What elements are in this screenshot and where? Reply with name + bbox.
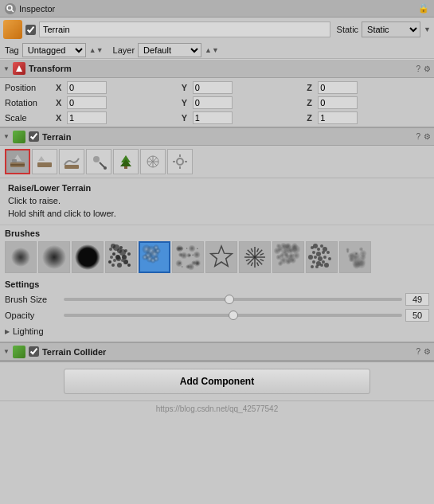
brush-item[interactable] [72,241,104,273]
position-x-coord: X [56,81,178,94]
position-y-input[interactable] [193,81,233,94]
tag-label: Tag [5,45,19,55]
position-row: Position X Y Z [5,80,429,95]
paint-texture-tool-btn[interactable] [86,149,111,174]
scale-x-coord: X [56,111,178,124]
scale-y-input[interactable] [193,111,233,124]
svg-line-1 [12,10,14,12]
place-trees-tool-btn[interactable] [113,149,139,174]
terrain-collider-icon [13,346,25,358]
add-component-area: Add Component [0,361,434,400]
title-bar-text: Inspector [19,4,55,14]
position-y-coord: Y [182,81,304,94]
terrain-collider-title: Terrain Collider [42,347,106,357]
scale-x-input[interactable] [67,111,107,124]
scale-z-input[interactable] [318,111,358,124]
transform-table: Position X Y Z Rotation X Y Z Scale [0,78,434,127]
raise-lower-tool-btn[interactable] [5,149,30,174]
brush-item[interactable] [205,241,237,273]
lighting-row: ▶ Lighting [5,324,429,338]
collider-arrow-icon: ▼ [3,348,10,355]
tag-layer-row: Tag Untagged ▲▼ Layer Default ▲▼ [0,41,434,59]
layer-label: Layer [113,45,135,55]
ry-label: Y [182,98,191,107]
tag-dropdown[interactable]: Untagged [22,43,86,57]
svg-rect-6 [12,159,17,162]
svg-point-14 [104,166,107,170]
tag-arrow-icon: ▲▼ [89,46,104,54]
transform-help-btn[interactable]: ? [416,64,420,73]
brush-item[interactable] [306,241,338,273]
terrain-collider-header: ▼ Terrain Collider ? ⚙ [0,342,434,361]
rz-label: Z [307,98,316,107]
smooth-tool-btn[interactable] [59,149,84,174]
static-dropdown[interactable]: Static Not Static [362,21,420,37]
svg-rect-8 [37,162,52,167]
inspector-icon [5,3,16,14]
brush-item[interactable] [339,241,371,273]
brush-size-row: Brush Size 49 [5,292,429,307]
svg-marker-9 [38,156,45,161]
static-label: Static [337,25,359,34]
rotation-label: Rotation [5,98,53,107]
x-label: X [56,83,65,92]
terrain-component-icon [13,131,25,143]
paint-details-tool-btn[interactable] [140,149,166,174]
rotation-y-input[interactable] [193,96,233,109]
terrain-info-title: Raise/Lower Terrain [8,183,426,193]
position-x-input[interactable] [67,81,107,94]
rotation-x-coord: X [56,96,178,109]
scale-z-coord: Z [307,111,429,124]
static-arrow: ▼ [424,25,431,33]
terrain-title: Terrain [42,132,71,142]
paint-height-tool-btn[interactable] [32,149,57,174]
svg-rect-11 [65,165,79,169]
collider-enabled-checkbox[interactable] [29,346,39,357]
title-bar: Inspector 🔒 [0,0,434,18]
rotation-z-input[interactable] [318,96,358,109]
z-label: Z [307,83,316,92]
brush-item[interactable] [105,241,137,273]
position-z-input[interactable] [318,81,358,94]
scale-row: Scale X Y Z [5,110,429,125]
brushes-section: Brushes [0,225,434,276]
brush-item[interactable] [172,241,204,273]
footer-url: https://blog.csdn.net/qq_42577542 [156,404,278,413]
svg-marker-2 [16,65,22,72]
add-component-button[interactable]: Add Component [64,369,370,394]
brush-item[interactable] [5,241,37,273]
brush-size-slider[interactable] [64,298,402,301]
rotation-x-input[interactable] [67,96,107,109]
object-name-field[interactable] [39,21,330,37]
position-label: Position [5,83,53,92]
collider-settings-btn[interactable]: ⚙ [424,347,431,356]
rotation-z-coord: Z [307,96,429,109]
transform-section-header: ▼ Transform ? ⚙ [0,59,434,78]
brushes-title: Brushes [5,229,429,238]
brush-item[interactable] [239,241,271,273]
collider-help-btn[interactable]: ? [416,347,420,356]
sx-label: X [56,113,65,123]
layer-dropdown[interactable]: Default [138,43,201,57]
brush-item-selected[interactable] [139,241,170,273]
terrain-click-info: Click to raise. [8,196,426,205]
active-checkbox[interactable] [25,25,36,35]
opacity-slider[interactable] [64,314,402,317]
terrain-enabled-checkbox[interactable] [29,131,39,142]
transform-title: Transform [29,64,72,73]
transform-arrow-icon: ▼ [3,65,10,72]
brush-item[interactable] [272,241,304,273]
transform-settings-btn[interactable]: ⚙ [424,64,431,73]
opacity-label: Opacity [5,311,61,320]
brush-size-label: Brush Size [5,295,61,304]
terrain-info: Raise/Lower Terrain Click to raise. Hold… [0,178,434,225]
scale-label: Scale [5,113,53,123]
brush-item[interactable] [38,241,70,273]
svg-point-12 [93,156,100,162]
object-icon [3,20,22,39]
terrain-settings-btn[interactable]: ⚙ [424,132,431,141]
terrain-help-btn[interactable]: ? [416,132,420,141]
terrain-tool-settings-btn[interactable] [167,149,193,174]
scale-y-coord: Y [182,111,304,124]
svg-rect-7 [10,164,25,166]
